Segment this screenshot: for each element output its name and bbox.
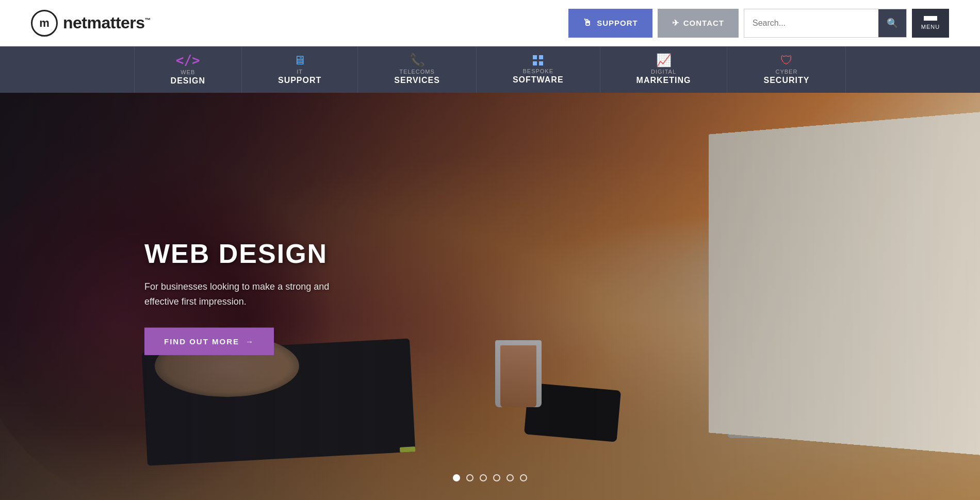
- nav-sub-cyber: CYBER: [775, 69, 797, 75]
- nav-label-software: SOFTWARE: [513, 75, 564, 85]
- navbar: </> WEB DESIGN 🖥 IT SUPPORT 📞 TELECOMS S…: [0, 46, 980, 93]
- header: m netmatters™ 🖱 SUPPORT ✈ CONTACT 🔍 MENU: [0, 0, 980, 46]
- nav-sub-bespoke: BESPOKE: [522, 68, 553, 74]
- web-design-icon: </>: [176, 54, 200, 67]
- cyber-icon: 🛡: [780, 54, 793, 66]
- carousel-dot-6[interactable]: [520, 474, 527, 481]
- search-input[interactable]: [744, 9, 878, 37]
- contact-button[interactable]: ✈ CONTACT: [658, 9, 739, 38]
- carousel-dot-5[interactable]: [507, 474, 514, 481]
- nav-sub-it: IT: [297, 69, 303, 75]
- search-button[interactable]: 🔍: [878, 9, 906, 38]
- nav-label-marketing: MARKETING: [636, 76, 691, 85]
- logo-icon: m: [31, 10, 58, 37]
- support-button[interactable]: 🖱 SUPPORT: [568, 9, 652, 38]
- carousel-dot-4[interactable]: [493, 474, 500, 481]
- support-icon: 🖱: [583, 18, 593, 28]
- nav-item-digital-marketing[interactable]: 📈 DIGITAL MARKETING: [600, 46, 728, 93]
- hero-section: WEB DESIGN For businesses looking to mak…: [0, 93, 980, 500]
- it-support-icon: 🖥: [293, 54, 306, 66]
- nav-item-web-design[interactable]: </> WEB DESIGN: [134, 46, 242, 93]
- menu-button[interactable]: MENU: [912, 9, 949, 38]
- nav-label-support: SUPPORT: [278, 76, 321, 85]
- nav-sub-telecom: TELECOMS: [399, 69, 435, 75]
- header-actions: 🖱 SUPPORT ✈ CONTACT 🔍 MENU: [568, 9, 949, 38]
- svg-rect-1: [539, 55, 543, 59]
- carousel-dot-2[interactable]: [466, 474, 473, 481]
- telecom-icon: 📞: [410, 54, 425, 66]
- search-icon: 🔍: [887, 18, 898, 29]
- nav-label-security: SECURITY: [763, 76, 809, 85]
- nav-label-services: SERVICES: [394, 76, 440, 85]
- hero-description: For businesses looking to make a strong …: [144, 279, 340, 309]
- nav-item-it-support[interactable]: 🖥 IT SUPPORT: [242, 46, 358, 93]
- nav-label-design: DESIGN: [171, 76, 205, 86]
- search-wrapper: 🔍: [744, 9, 907, 38]
- svg-rect-0: [533, 55, 537, 59]
- nav-item-bespoke-software[interactable]: BESPOKE SOFTWARE: [477, 46, 600, 93]
- digital-icon: 📈: [656, 54, 672, 66]
- hero-title: WEB DESIGN: [144, 238, 340, 269]
- carousel-dot-1[interactable]: [453, 474, 460, 481]
- nav-item-cyber-security[interactable]: 🛡 CYBER SECURITY: [727, 46, 846, 93]
- hamburger-icon: [924, 16, 937, 21]
- bespoke-icon: [532, 55, 544, 66]
- nav-item-telecom-services[interactable]: 📞 TELECOMS SERVICES: [358, 46, 477, 93]
- send-icon: ✈: [672, 18, 679, 28]
- svg-rect-3: [539, 61, 543, 65]
- carousel-dots: [453, 474, 527, 481]
- logo-area: m netmatters™: [31, 10, 568, 37]
- carousel-dot-3[interactable]: [480, 474, 487, 481]
- logo-text: netmatters™: [63, 13, 151, 32]
- hero-cta-button[interactable]: FIND OUT MORE →: [144, 327, 274, 355]
- hero-content: WEB DESIGN For businesses looking to mak…: [144, 238, 340, 355]
- nav-sub-digital: DIGITAL: [651, 69, 676, 75]
- svg-rect-2: [533, 61, 537, 65]
- nav-sub-web: WEB: [181, 69, 195, 75]
